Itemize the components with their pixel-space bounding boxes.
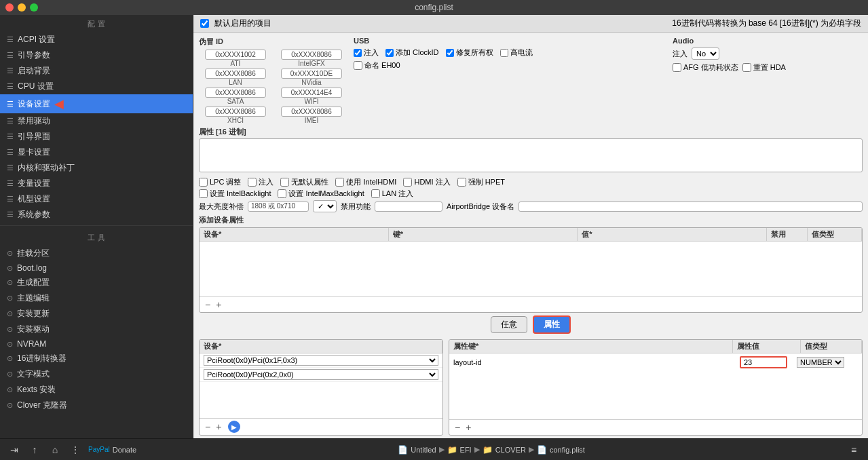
fakeid-wifi-input[interactable] [281,88,342,98]
statusbar-home-icon[interactable]: ⌂ [48,442,62,457]
usb-fixownership-item[interactable]: 修复所有权 [446,47,493,58]
forcehpet-checkbox[interactable] [457,178,466,187]
sidebar-item-gpu[interactable]: ☰ 显卡设置 [0,145,193,160]
opt-intelbl[interactable]: 设置 IntelBacklight [199,189,271,199]
fakeid-xhci-input[interactable] [205,107,266,117]
fakeid-sata-input[interactable] [205,88,266,98]
paypal-donate[interactable]: PayPal Donate [88,446,136,454]
disable-input[interactable] [375,202,442,212]
opt-intelhdmi[interactable]: 使用 IntelHDMI [335,177,396,187]
opt-hdmiinject[interactable]: HDMI 注入 [403,177,450,187]
sidebar-item-devices[interactable]: ☰ 设备设置 ◀ [0,94,193,113]
inject-checkbox[interactable] [248,178,257,187]
sidebar-item-label: 变量设置 [18,178,50,189]
brightness-input[interactable] [248,202,309,212]
any-button[interactable]: 任意 [491,316,527,333]
usb-inject-item[interactable]: 注入 [354,47,379,58]
lpc-checkbox[interactable] [199,178,208,187]
bottom-left-remove-button[interactable]: − [204,421,212,432]
sidebar-item-mount[interactable]: ⊙ 挂载分区 [0,246,193,261]
intelmaxbl-checkbox[interactable] [278,189,286,198]
default-enabled-checkbox[interactable] [200,19,209,28]
sidebar-item-bootbg[interactable]: ☰ 启动背景 [0,63,193,79]
table-remove-button[interactable]: − [204,299,212,310]
statusbar-menu-icon[interactable]: ≡ [846,442,861,457]
sidebar-item-cloner[interactable]: ⊙ Clover 克隆器 [0,398,193,413]
bottom-left-table: 设备* PciRoot(0x0)/Pci(0x1F,0x3) PciRoot(0… [199,339,443,436]
sidebar-item-installdrvr[interactable]: ⊙ 安装驱动 [0,322,193,337]
sidebar-item-cpu[interactable]: ☰ CPU 设置 [0,79,193,94]
property-button[interactable]: 属性 [533,315,571,334]
sidebar-item-disable[interactable]: ☰ 禁用驱动 [0,113,193,129]
usb-inject-checkbox[interactable] [354,49,362,57]
maximize-button[interactable] [30,3,38,12]
prop-val-input-0[interactable] [740,356,787,368]
table-add-button[interactable]: + [214,299,223,310]
close-button[interactable] [5,3,14,12]
airport-label: AirportBridge 设备名 [447,202,514,212]
fakeid-lan-input[interactable] [205,69,266,79]
sidebar-item-label: Boot.log [17,263,47,273]
sidebar-item-update[interactable]: ⊙ 安装更新 [0,306,193,322]
airport-input[interactable] [518,202,863,212]
intelbl-checkbox[interactable] [199,189,208,198]
resethda-checkbox[interactable] [742,63,751,72]
sidebar-item-bootlog[interactable]: ⊙ Boot.log [0,261,193,275]
fakeid-imei-input[interactable] [281,107,342,117]
nav-right-button[interactable]: ▶ [228,421,240,433]
opt-lpc[interactable]: LPC 调整 [199,177,241,187]
bottom-right-remove-button[interactable]: − [453,422,461,433]
bottom-right-row-0: layout-id NUMBER STRING DATA [451,355,861,370]
sidebar-item-kexts[interactable]: ⊙ Kexts 安装 [0,382,193,398]
properties-textarea[interactable] [199,138,863,172]
opt-laninject[interactable]: LAN 注入 [371,189,413,199]
laninject-checkbox[interactable] [371,189,380,198]
col-key: 键* [389,228,578,241]
resethda-item[interactable]: 重置 HDA [742,62,786,73]
brightness-select[interactable]: ✓ [313,200,337,212]
opt-nodefault[interactable]: 无默认属性 [280,177,328,187]
sidebar-item-acpi[interactable]: ☰ ACPI 设置 [0,32,193,47]
statusbar-login-icon[interactable]: ⇥ [7,442,22,457]
opt-inject[interactable]: 注入 [248,177,273,187]
fakeid-nvidia-input[interactable] [281,69,342,79]
audio-inject-select[interactable]: No 1237 11121327 [692,47,719,60]
sidebar-item-kernelpatch[interactable]: ☰ 内核和驱动补丁 [0,160,193,176]
fakeid-sata-label: SATA [227,98,244,105]
sidebar-item-genconfig[interactable]: ⊙ 生成配置 [0,275,193,290]
statusbar-share-icon[interactable]: ⋮ [68,442,83,457]
afg-checkbox[interactable] [673,63,681,72]
opt-forcehpet[interactable]: 强制 HPET [457,177,505,187]
intelhdmi-checkbox[interactable] [335,178,344,187]
usb-addclockid-item[interactable]: 添加 ClockID [385,47,439,58]
usb-highcurrent-checkbox[interactable] [500,49,508,57]
nodefault-checkbox[interactable] [280,178,289,187]
device-select-1[interactable]: PciRoot(0x0)/Pci(0x2,0x0) [204,369,438,380]
fakeid-intelgfx-input[interactable] [281,50,342,60]
fakeid-ati-input[interactable] [205,50,266,60]
minimize-button[interactable] [18,3,26,12]
statusbar-export-icon[interactable]: ↑ [27,442,42,457]
prop-type-select-0[interactable]: NUMBER STRING DATA [797,357,844,368]
sidebar-item-sysparams[interactable]: ☰ 系统参数 [0,207,193,223]
sidebar-item-hexconvert[interactable]: ⊙ 16进制转换器 [0,351,193,366]
sidebar-item-textmode[interactable]: ⊙ 文字模式 [0,366,193,382]
afg-item[interactable]: AFG 低功耗状态 [673,62,738,73]
bottom-right-add-button[interactable]: + [464,422,472,433]
usb-addclockid-checkbox[interactable] [385,49,394,57]
bottom-left-add-button[interactable]: + [214,421,223,432]
sidebar-item-smbios[interactable]: ☰ 机型设置 [0,191,193,207]
opt-intelmaxbl[interactable]: 设置 IntelMaxBacklight [278,189,364,199]
device-select-0[interactable]: PciRoot(0x0)/Pci(0x1F,0x3) [204,355,438,366]
sidebar-item-theme[interactable]: ⊙ 主题编辑 [0,290,193,306]
usb-fixownership-checkbox[interactable] [446,49,454,57]
breadcrumb-arrow-1: ▶ [439,445,445,454]
usb-namingeh00-checkbox[interactable] [354,61,362,70]
sidebar-item-bootargs[interactable]: ☰ 引导参数 [0,47,193,63]
sidebar-item-bootscreen[interactable]: ☰ 引导界面 [0,129,193,145]
sidebar-item-vars[interactable]: ☰ 变量设置 [0,176,193,191]
usb-highcurrent-item[interactable]: 高电流 [500,47,533,58]
sidebar-item-nvram[interactable]: ⊙ NVRAM [0,337,193,351]
fakeid-wifi-label: WIFI [304,98,318,105]
hdmiinject-checkbox[interactable] [403,178,412,187]
